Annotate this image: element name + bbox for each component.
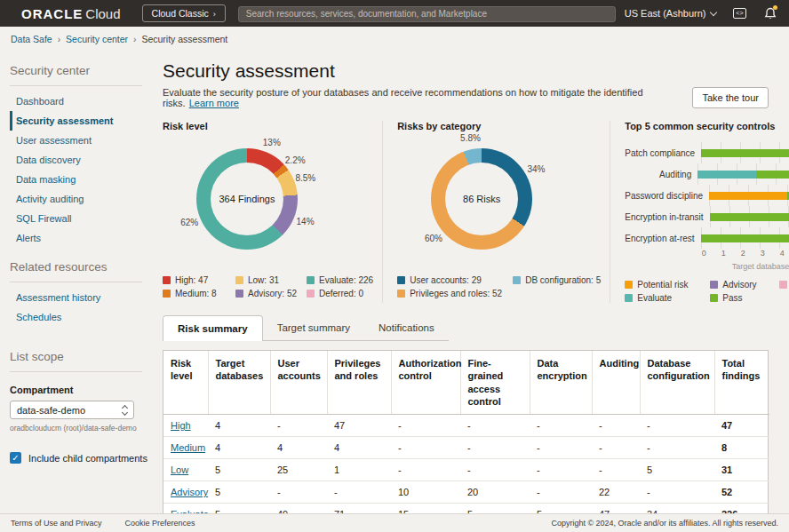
sidebar-link-sql-firewall[interactable]: SQL Firewall (16, 213, 72, 224)
cloud-shell-icon[interactable]: <> (731, 5, 747, 21)
risk-level-cell: High (163, 415, 208, 437)
table-cell: - (592, 437, 640, 459)
checkbox-checked-icon[interactable]: ✓ (10, 452, 21, 464)
risk-level-link-advisory[interactable]: Advisory (171, 487, 208, 497)
bar-category-label: Encryption in-transit (625, 212, 709, 222)
main-content: Security assessment Evaluate the securit… (151, 52, 789, 513)
bar-row-encryption-at-rest: Encryption at-rest5 (625, 227, 789, 249)
x-tick-label: 2 (741, 249, 745, 258)
sidebar-link-activity-auditing[interactable]: Activity auditing (16, 194, 84, 204)
legend-label: User accounts: 29 (410, 275, 482, 285)
sidebar-item-data-discovery[interactable]: Data discovery (10, 150, 151, 170)
table-cell: - (530, 459, 592, 481)
tab-target-summary[interactable]: Target summary (263, 315, 364, 341)
table-cell: 4 (270, 437, 327, 459)
sidebar-link-assessment-history[interactable]: Assessment history (16, 292, 100, 303)
sidebar-link-alerts[interactable]: Alerts (16, 233, 41, 243)
sidebar-link-security-assessment[interactable]: Security assessment (16, 115, 113, 126)
risk-summary-card: Risk levelTarget databasesUser accountsP… (163, 350, 769, 513)
legend-item-medium-8: Medium: 8 (163, 289, 230, 298)
sidebar-link-data-discovery[interactable]: Data discovery (16, 155, 81, 165)
risks-by-category-chart-panel: Risks by category 86 Risks34%60%5.8% Use… (382, 121, 610, 303)
footer-link-terms-of-use-and-privacy[interactable]: Terms of Use and Privacy (11, 519, 102, 528)
take-the-tour-button[interactable]: Take the tour (692, 87, 769, 108)
column-header-user-accounts: User accounts (270, 351, 327, 415)
sidebar-item-security-assessment[interactable]: Security assessment (10, 111, 151, 131)
footer-link-cookie-preferences[interactable]: Cookie Preferences (125, 519, 195, 528)
legend-label: DB configuration: 5 (525, 275, 601, 285)
column-header-privileges-and-roles: Privileges and roles (327, 351, 391, 415)
total-findings-cell: 31 (714, 459, 769, 481)
tab-notifications[interactable]: Notifications (364, 315, 449, 341)
breadcrumb-item-data-safe[interactable]: Data Safe (11, 34, 52, 44)
page-description: Evaluate the security posture of your da… (163, 87, 680, 108)
search-input[interactable] (238, 6, 616, 22)
table-cell: - (460, 415, 530, 437)
x-tick-label: 0 (702, 249, 706, 258)
donut-pct-label: 13% (263, 137, 281, 147)
legend-item-high-47: High: 47 (163, 275, 230, 285)
sidebar-link-schedules[interactable]: Schedules (16, 312, 61, 322)
legend-item-privileges-and-roles-52: Privileges and roles: 52 (397, 289, 507, 298)
table-cell: 5 (640, 459, 714, 481)
risk-level-donut: 364 Findings13%2.2%8.5%14%62% (163, 137, 331, 268)
legend-label: High: 47 (175, 275, 208, 285)
risk-level-cell: Advisory (163, 481, 208, 504)
legend-label: Privileges and roles: 52 (410, 289, 502, 298)
breadcrumb-item-security-center[interactable]: Security center (66, 34, 128, 44)
bar-track (709, 185, 789, 206)
sidebar-list-security-center: DashboardSecurity assessmentUser assessm… (10, 91, 151, 248)
sidebar-item-alerts[interactable]: Alerts (10, 228, 151, 248)
table-cell: 34 (640, 504, 714, 513)
region-selector[interactable]: US East (Ashburn) (625, 8, 717, 19)
legend-chip-icon (513, 276, 521, 284)
total-findings-cell: 47 (714, 415, 769, 437)
table-cell: 4 (327, 437, 391, 459)
bar-segment-pass (756, 171, 789, 179)
tab-risk-summary[interactable]: Risk summary (163, 315, 263, 341)
notifications-bell-icon[interactable] (762, 5, 778, 21)
risk-level-link-low[interactable]: Low (171, 465, 188, 475)
legend-item-evaluate: Evaluate (625, 293, 705, 303)
table-cell: 10 (391, 481, 460, 504)
compartment-select[interactable]: data-safe-demo (10, 401, 134, 419)
donut-pct-label: 8.5% (295, 173, 315, 183)
legend-item-advisory: Advisory (710, 280, 774, 290)
legend-chip-icon (710, 294, 718, 302)
cloud-classic-button[interactable]: Cloud Classic› (142, 4, 226, 22)
column-header-authorization-control: Authorization control (391, 351, 460, 415)
risk-level-link-medium[interactable]: Medium (171, 442, 205, 453)
brand-oracle: ORACLE (21, 6, 83, 21)
table-cell: - (530, 437, 592, 459)
donut-pct-label: 5.8% (460, 133, 481, 143)
sidebar-item-user-assessment[interactable]: User assessment (10, 131, 151, 150)
table-cell: 47 (327, 415, 391, 437)
table-cell: 71 (327, 504, 391, 513)
total-findings-cell: 8 (714, 437, 769, 459)
include-child-compartments[interactable]: ✓ Include child compartments (10, 452, 151, 464)
sidebar-item-data-masking[interactable]: Data masking (10, 170, 151, 189)
sidebar-link-data-masking[interactable]: Data masking (16, 174, 76, 185)
notification-badge (773, 5, 777, 10)
table-cell: 22 (592, 481, 640, 504)
table-cell: 5 (208, 504, 270, 513)
sidebar-item-activity-auditing[interactable]: Activity auditing (10, 189, 151, 209)
risk-level-link-high[interactable]: High (171, 420, 191, 431)
sidebar-link-dashboard[interactable]: Dashboard (16, 96, 64, 107)
table-cell: 1 (327, 459, 391, 481)
sidebar-item-sql-firewall[interactable]: SQL Firewall (10, 209, 151, 228)
legend-chip-icon (397, 290, 405, 298)
sidebar-link-user-assessment[interactable]: User assessment (16, 135, 92, 146)
bar-category-label: Encryption at-rest (625, 234, 700, 243)
sidebar-item-schedules[interactable]: Schedules (10, 307, 151, 327)
table-row: Medium444-----8 (163, 437, 769, 459)
legend-label: Pass (722, 293, 742, 303)
learn-more-link[interactable]: Learn more (189, 98, 239, 108)
bar-chart-x-label: Target databases (704, 262, 789, 271)
sidebar-item-dashboard[interactable]: Dashboard (10, 91, 151, 111)
sidebar-item-assessment-history[interactable]: Assessment history (10, 288, 151, 307)
legend-chip-icon (307, 276, 315, 284)
table-cell: 5 (208, 459, 270, 481)
table-cell: - (530, 481, 592, 504)
table-cell: 15 (391, 504, 460, 513)
